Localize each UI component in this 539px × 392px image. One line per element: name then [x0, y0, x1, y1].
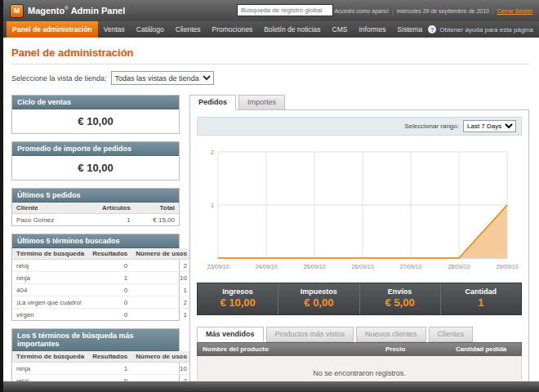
search-term-row[interactable]: 40401 — [12, 284, 191, 296]
lifetime-sales-value: € 10,00 — [12, 109, 179, 133]
app-header: M Magento®Admin Panel Accedió como apari… — [3, 0, 539, 21]
nav-item-panel-administracion[interactable]: Panel de administración — [7, 21, 98, 38]
stat-cantidad: Cantidad1 — [441, 283, 521, 314]
cell: 404 — [12, 284, 88, 296]
dashboard-sidebar: Ciclo de ventas € 10,00 Promedio de impo… — [11, 95, 180, 392]
cell: reloj — [12, 260, 88, 272]
grid-tab-clientes[interactable]: Clientes — [429, 327, 474, 342]
column-header: Número de usos — [131, 351, 191, 363]
stat-value: € 0,00 — [278, 296, 359, 309]
diagram-tabs: PedidosImportes — [189, 95, 529, 110]
widget-title: Los 5 términos de búsqueda más important… — [12, 329, 179, 351]
range-label: Seleccionar rango: — [404, 122, 459, 130]
help-label: Obtener ayuda para esta página — [439, 26, 533, 33]
browser-viewport: M Magento®Admin Panel Accedió como apari… — [0, 0, 539, 392]
stat-label: Impuestos — [278, 287, 359, 296]
stat-label: Ingresos — [198, 287, 278, 296]
cell: 1 — [131, 309, 191, 321]
nav-item-cms[interactable]: CMS — [327, 21, 354, 38]
nav-item-promociones[interactable]: Promociones — [207, 21, 259, 38]
help-icon: ? — [428, 25, 436, 33]
cell: ninja — [12, 272, 88, 284]
nav-item-catalogo[interactable]: Catálogo — [131, 21, 170, 38]
cell: 1 — [80, 214, 134, 226]
cell: 0 — [88, 309, 131, 321]
page-help-link[interactable]: ? Obtener ayuda para esta página — [428, 21, 539, 38]
grid-tab-nuevos-clientes[interactable]: Nuevos clientes — [356, 327, 426, 342]
header-user-info: Accedió como aparici | miércoles 29 de s… — [334, 8, 532, 14]
grid-tab-productos-mas-vistos[interactable]: Productos más vistos — [266, 327, 354, 342]
widget-title: Promedio de importe de pedidos — [12, 142, 179, 156]
column-header: Total — [135, 203, 179, 214]
logout-link[interactable]: Cerrar Sesión — [497, 8, 532, 14]
svg-text:23/09/10: 23/09/10 — [207, 264, 229, 270]
last-search-table-wrap: Término de búsquedaResultadosNúmero de u… — [12, 248, 179, 320]
window-bottom-bar — [3, 381, 539, 392]
column-header: Número de usos — [131, 248, 191, 260]
global-search-input[interactable] — [237, 4, 333, 16]
last-search-terms-widget: Últimos 5 términos buscados Término de b… — [11, 234, 180, 321]
search-term-row[interactable]: virgen01 — [12, 309, 191, 321]
order-row[interactable]: Paco Gomez1€ 15,00 — [12, 214, 179, 226]
search-term-row[interactable]: ninja110 — [12, 363, 191, 375]
search-term-row[interactable]: reloj02 — [12, 260, 191, 272]
search-term-row[interactable]: ¡La virgen que cuadro!02 — [12, 296, 191, 309]
widget-title: Últimos 5 términos buscados — [12, 234, 179, 248]
dashboard-main: PedidosImportes Seleccionar rango: Last … — [189, 95, 529, 392]
column-header: Resultados — [88, 248, 131, 260]
lifetime-sales-widget: Ciclo de ventas € 10,00 — [11, 95, 180, 134]
logged-in-as: Accedió como aparici — [334, 8, 389, 14]
cell: 0 — [88, 260, 131, 272]
store-switcher: Seleccione la vista de tienda: Todas las… — [11, 71, 529, 85]
nav-item-clientes[interactable]: Clientes — [170, 21, 207, 38]
search-term-row[interactable]: ninja110 — [12, 272, 191, 284]
main-nav: Panel de administraciónVentasCatálogoCli… — [3, 21, 539, 38]
stat-value: € 10,00 — [198, 296, 278, 309]
average-orders-value: € 10,00 — [12, 156, 179, 180]
cell: 2 — [131, 296, 191, 309]
cell: € 15,00 — [135, 214, 179, 226]
product-column-header[interactable]: Cantidad pedida — [451, 343, 521, 355]
column-header: Término de búsqueda — [12, 248, 88, 260]
magento-logo-icon: M — [10, 4, 24, 18]
stat-label: Envíos — [360, 287, 440, 296]
widget-title: Últimos 5 pedidos — [12, 189, 179, 203]
range-select[interactable]: Last 7 Days — [463, 120, 516, 132]
magento-logo: M Magento®Admin Panel — [10, 4, 125, 18]
page-content: Panel de administración Seleccione la vi… — [3, 38, 539, 392]
orders-chart-svg: 1223/09/1024/09/1025/09/1026/09/1027/09/… — [200, 144, 519, 273]
stat-ingresos: Ingresos€ 10,00 — [198, 283, 278, 314]
cell: Paco Gomez — [12, 214, 80, 226]
grid-tab-mas-vendidos[interactable]: Más vendidos — [197, 327, 264, 342]
svg-text:2: 2 — [211, 149, 214, 155]
nav-item-ventas[interactable]: Ventas — [98, 21, 131, 38]
tab-pedidos[interactable]: Pedidos — [189, 95, 236, 110]
tab-importes[interactable]: Importes — [238, 95, 285, 110]
last-orders-widget: Últimos 5 pedidos ClienteArtículosTotalP… — [11, 188, 180, 226]
cell: 1 — [88, 272, 131, 284]
nav-item-informes[interactable]: Informes — [354, 21, 392, 38]
stat-value: 1 — [441, 296, 521, 309]
grid-tabs: Más vendidosProductos más vistosNuevos c… — [197, 327, 522, 342]
sidebar-table: Término de búsquedaResultadosNúmero de u… — [12, 248, 191, 320]
main-nav-items: Panel de administraciónVentasCatálogoCli… — [7, 21, 428, 38]
svg-text:28/09/10: 28/09/10 — [448, 264, 470, 270]
average-orders-widget: Promedio de importe de pedidos € 10,00 — [11, 141, 180, 180]
cell: 10 — [131, 363, 191, 375]
column-header: Artículos — [80, 203, 134, 214]
brand-name: Magento — [28, 6, 65, 16]
cell: 1 — [88, 363, 131, 375]
dashboard-columns: Ciclo de ventas € 10,00 Promedio de impo… — [11, 95, 529, 392]
nav-item-sistema[interactable]: Sistema — [392, 21, 429, 38]
current-date: miércoles 29 de septiembre de 2010 — [397, 8, 489, 14]
store-switcher-select[interactable]: Todas las vistas de tienda — [111, 71, 214, 85]
widget-title: Ciclo de ventas — [12, 96, 179, 109]
stat-label: Cantidad — [441, 287, 521, 296]
svg-text:25/09/10: 25/09/10 — [303, 264, 325, 270]
column-header: Término de búsqueda — [12, 351, 88, 363]
product-column-header[interactable]: Precio — [381, 343, 451, 355]
nav-item-boletin-noticias[interactable]: Boletín de noticias — [258, 21, 326, 38]
product-column-header[interactable]: Nombre del producto — [198, 343, 381, 355]
diagram-panel: Seleccionar rango: Last 7 Days 1223/09/1… — [189, 109, 529, 392]
stat-value: € 5,00 — [360, 296, 440, 309]
